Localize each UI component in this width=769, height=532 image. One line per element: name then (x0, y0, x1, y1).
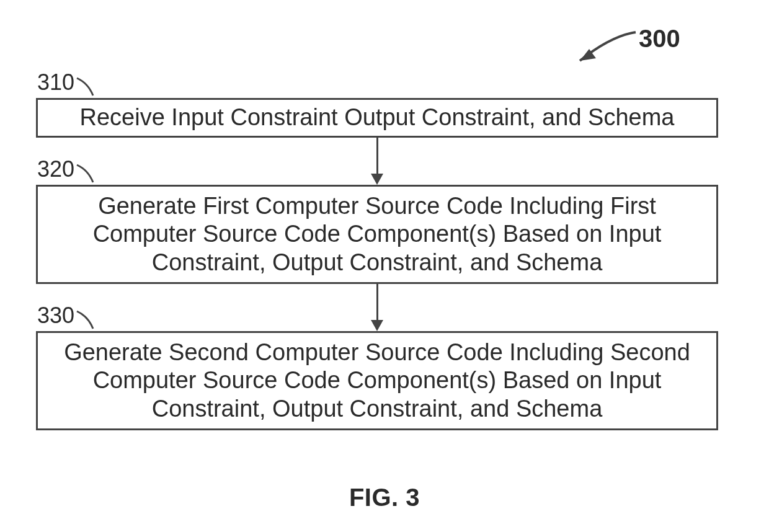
hook-320 (76, 160, 107, 185)
hook-330 (76, 306, 107, 331)
figure-ref-arrow (552, 15, 651, 71)
step-text-330: Generate Second Computer Source Code Inc… (47, 339, 708, 423)
figure-ref-label: 300 (639, 25, 680, 53)
figure-caption: FIG. 3 (0, 484, 769, 512)
step-box-320: Generate First Computer Source Code Incl… (36, 185, 718, 284)
step-ref-310: 310 (37, 69, 74, 95)
step-box-310: Receive Input Constraint Output Constrai… (36, 98, 718, 138)
hook-310 (76, 73, 107, 98)
step-text-320: Generate First Computer Source Code Incl… (47, 192, 708, 277)
step-text-310: Receive Input Constraint Output Constrai… (80, 104, 675, 132)
step-ref-330: 330 (37, 303, 74, 329)
diagram-canvas: 300 310 Receive Input Constraint Output … (0, 0, 769, 532)
step-box-330: Generate Second Computer Source Code Inc… (36, 331, 718, 430)
step-ref-320: 320 (37, 156, 74, 182)
